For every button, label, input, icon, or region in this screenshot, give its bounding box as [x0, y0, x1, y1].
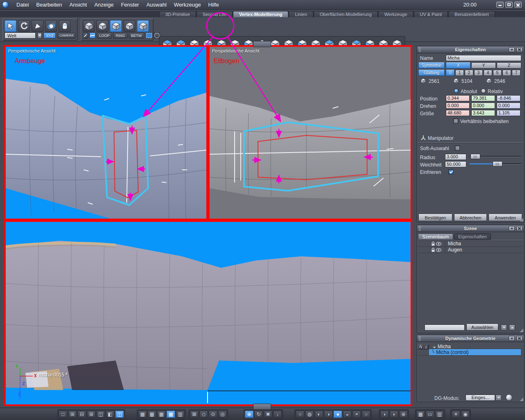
tab-vertex-modellierung[interactable]: Vertex-Modellierung — [233, 11, 288, 17]
grid-axes-icon[interactable]: ▦ — [157, 411, 166, 418]
confirm-button[interactable]: Bestätigen — [418, 214, 452, 221]
smoothing-level-4[interactable]: 4 — [484, 70, 492, 76]
scale-tool[interactable] — [32, 20, 43, 32]
splitter-handle-top[interactable] — [253, 41, 271, 47]
size-x-field[interactable]: 48.680 — [446, 110, 470, 116]
smooth-high-icon[interactable]: ◗ — [390, 411, 398, 418]
camera-icon[interactable]: ◉ — [461, 411, 470, 418]
tab-linien[interactable]: Linien — [289, 11, 313, 17]
relative-radio[interactable] — [481, 89, 486, 93]
layout-vsplit-icon[interactable]: ◫ — [115, 411, 124, 418]
layout-single-icon[interactable]: □ — [59, 411, 67, 418]
panels-icon[interactable]: ▥ — [435, 411, 444, 418]
edge-mode-icon[interactable] — [110, 20, 122, 32]
menu-ansicht[interactable]: Ansicht — [66, 2, 91, 8]
light-icon[interactable]: ☀ — [452, 411, 460, 418]
camera-toggle[interactable]: CAMERA — [57, 32, 75, 39]
smoothing-level-3[interactable]: 3 — [474, 70, 483, 76]
smooth-low-icon[interactable]: ◖ — [380, 411, 389, 418]
display-shaded-grid-icon[interactable]: ◐ — [315, 411, 323, 418]
grid-vertical-icon[interactable]: ▥ — [176, 411, 185, 418]
position-x-field[interactable]: 0.344 — [446, 95, 470, 101]
rotate-tool[interactable] — [18, 20, 30, 32]
grid-horizontal-icon[interactable]: ▦ — [167, 411, 175, 418]
panel-resize-grip[interactable] — [520, 218, 523, 221]
menu-fenster[interactable]: Fenster — [117, 2, 143, 8]
smoothing-level-2[interactable]: 2 — [465, 70, 473, 76]
layout-hsplit-icon[interactable]: ⊟ — [78, 411, 86, 418]
tab-3d-primitive[interactable]: 3D-Primitive — [159, 11, 196, 17]
layout-top-icon[interactable]: ⊞ — [87, 411, 96, 418]
properties-panel-titlebar[interactable]: Eigenschaften — [417, 46, 524, 53]
radius-slider[interactable] — [470, 154, 521, 159]
maximize-button[interactable] — [505, 2, 513, 8]
world-space-dropdown[interactable]: Welt — [5, 32, 36, 39]
symmetry-x-button[interactable]: X — [446, 62, 470, 68]
position-y-field[interactable]: 79.381 — [471, 95, 495, 101]
visibility-eye-icon[interactable] — [436, 248, 442, 252]
ghost-tool[interactable] — [59, 20, 71, 32]
splitter-handle-bottom[interactable] — [253, 404, 271, 410]
vertex-mode-icon[interactable] — [96, 20, 108, 32]
smoothing-level-1[interactable]: 1 — [455, 70, 464, 76]
cancel-button[interactable]: Abbrechen — [454, 214, 487, 221]
tab-oberflaechen-modellierung[interactable]: Oberflächen-Modellierung — [314, 11, 378, 17]
layout-left-icon[interactable]: ◫ — [96, 411, 105, 418]
close-button[interactable] — [514, 2, 522, 8]
panel-resize-grip[interactable] — [520, 329, 523, 332]
lock-icon[interactable] — [430, 248, 436, 252]
rotate-z-field[interactable]: 0.000 — [497, 103, 520, 109]
dg-mode-dropdown-arrow[interactable] — [495, 395, 502, 401]
smoothing-level-5[interactable]: 5 — [493, 70, 502, 76]
manipulator-scale-icon[interactable]: ✖ — [264, 411, 272, 418]
display-wire-icon[interactable]: ○ — [296, 411, 304, 418]
center-selection-icon[interactable]: ◇ — [199, 411, 208, 418]
manipulator-rotate-icon[interactable]: ↻ — [254, 411, 263, 418]
radius-field[interactable]: 3.000 — [445, 154, 466, 160]
display-dark-wire-icon[interactable]: ◒ — [343, 411, 352, 418]
size-y-field[interactable]: 3.643 — [471, 110, 495, 116]
zoom-region-icon[interactable]: ⊙ — [209, 411, 217, 418]
menu-hilfe[interactable]: Hilfe — [205, 2, 223, 8]
smoothing-level-6[interactable]: 6 — [502, 70, 511, 76]
menu-bearbeiten[interactable]: Bearbeiten — [32, 2, 66, 8]
ring-select-button[interactable]: RING — [113, 32, 128, 39]
dg-menu-button[interactable] — [509, 336, 515, 341]
dg-panel-titlebar[interactable]: Dynamische Geometrie — [417, 335, 524, 342]
symmetry-y-button[interactable]: Y — [471, 62, 496, 68]
tab-benutzerdefiniert[interactable]: Benutzerdefiniert — [448, 11, 495, 17]
menu-auswahl[interactable]: Auswahl — [143, 2, 170, 8]
name-field[interactable]: Micha — [446, 55, 521, 61]
scene-item-augen[interactable]: Augen — [418, 247, 523, 253]
menu-datei[interactable]: Datei — [13, 2, 32, 8]
tab-scene-tree[interactable]: Szenenbaum — [418, 233, 453, 240]
viewport-perspective-bottom[interactable]: Y X Z Z micha-0015 * — [4, 220, 412, 406]
scene-panel-titlebar[interactable]: Szene — [417, 225, 524, 232]
face-mode-icon[interactable] — [137, 20, 149, 32]
between-select-button[interactable]: BETW — [129, 32, 144, 39]
scene-close-button[interactable] — [516, 226, 523, 231]
tab-scene-properties[interactable]: Eigenschaften — [454, 233, 491, 240]
tab-second-life[interactable]: Second Life — [196, 11, 233, 17]
manipulator-drop-icon[interactable]: ↓ — [273, 411, 282, 418]
symmetry-button[interactable]: Symmetrie — [418, 62, 445, 68]
minimize-button[interactable] — [496, 2, 504, 8]
scene-up-button[interactable] — [509, 324, 515, 331]
marquee-select-icon[interactable] — [146, 32, 153, 39]
xyz-toggle[interactable]: XYZ — [43, 32, 56, 39]
scene-select-button[interactable]: Auswählen — [466, 324, 498, 331]
scene-item-micha[interactable]: Micha — [418, 241, 523, 247]
display-smooth-icon[interactable]: ● — [333, 411, 342, 418]
rotate-x-field[interactable]: 0.000 — [446, 103, 470, 109]
world-space-dropdown-arrow[interactable] — [37, 32, 42, 39]
dg-child-row[interactable]: └ Micha (control) — [429, 349, 521, 355]
tab-uv-paint[interactable]: UV & Paint — [414, 11, 448, 17]
loop-select-button[interactable]: LOOP — [97, 32, 112, 39]
display-shaded-wire-icon[interactable]: ◑ — [324, 411, 333, 418]
viewport-perspective-ellbogen[interactable]: Perspektivische Ansicht Ellbogen — [208, 45, 412, 220]
lock-icon[interactable] — [430, 242, 436, 246]
keep-ratio-checkbox[interactable] — [453, 119, 458, 123]
smoothing-button[interactable]: Glättung — [418, 70, 445, 76]
absolute-radio[interactable] — [454, 89, 459, 93]
layout-quad-icon[interactable]: ⊞ — [68, 411, 77, 418]
